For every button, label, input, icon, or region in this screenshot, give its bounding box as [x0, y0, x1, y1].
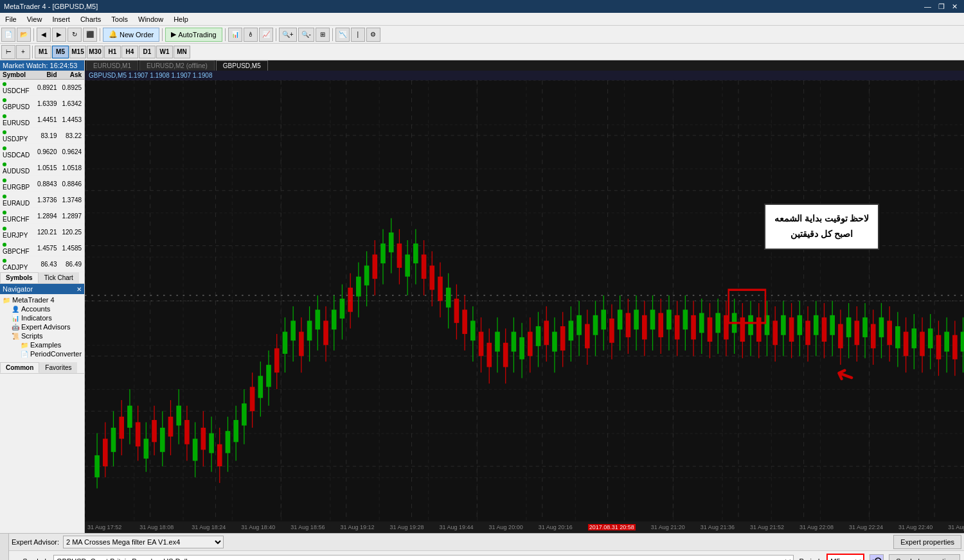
market-watch-row[interactable]: GBPUSD 1.6339 1.6342 — [0, 96, 84, 112]
tester-vertical-tab[interactable]: Strategy Tester — [0, 534, 9, 560]
nav-period-converter[interactable]: 📄 PeriodConverter — [19, 349, 83, 358]
symbol-cell: EURGBP — [0, 176, 35, 192]
svg-rect-196 — [789, 317, 794, 342]
bid-cell: 1.4451 — [35, 112, 60, 128]
tab-symbols[interactable]: Symbols — [0, 272, 39, 283]
autotrading-button[interactable]: ▶ AutoTrading — [165, 28, 222, 42]
zoom-out-button[interactable]: 🔍- — [298, 28, 314, 42]
svg-rect-56 — [217, 444, 222, 466]
back-button[interactable]: ◀ — [37, 28, 51, 42]
menu-insert[interactable]: Insert — [47, 14, 75, 24]
forward-button[interactable]: ▶ — [52, 28, 66, 42]
svg-rect-98 — [389, 232, 394, 252]
menu-tools[interactable]: Tools — [106, 14, 133, 24]
settings-button[interactable]: ⚙ — [366, 28, 380, 42]
line-tool[interactable]: ⊢ — [1, 45, 15, 59]
symbol-cell: USDCHF — [0, 80, 35, 96]
tab-tick-chart[interactable]: Tick Chart — [39, 272, 79, 283]
nav-examples[interactable]: 📁 Examples — [19, 340, 83, 349]
svg-rect-238 — [961, 332, 964, 352]
zoom-in-button[interactable]: 🔍+ — [279, 28, 297, 42]
nav-tab-favorites[interactable]: Favorites — [39, 362, 77, 373]
market-watch-row[interactable]: EURAUD 1.3736 1.3748 — [0, 192, 84, 208]
time-axis: 31 Aug 17:52 31 Aug 18:08 31 Aug 18:24 3… — [85, 521, 964, 533]
titlebar-controls: — ❐ ✕ — [922, 3, 960, 11]
nav-expert-advisors[interactable]: 🤖 Expert Advisors — [10, 322, 83, 331]
market-watch-row[interactable]: CADJPY 86.43 86.49 — [0, 256, 84, 272]
refresh-button[interactable]: ↻ — [67, 28, 82, 42]
chart-candle-button[interactable]: 🕯 — [244, 28, 258, 42]
nav-indicators-label: Indicators — [21, 314, 52, 322]
svg-rect-136 — [544, 320, 549, 345]
annotation-box: لاحظ توقيت بداية الشمعه اصبح كل دقيقتين — [764, 204, 880, 250]
chart-line-button[interactable]: 📈 — [259, 28, 273, 42]
tf-m30[interactable]: M30 — [87, 46, 103, 58]
menu-window[interactable]: Window — [133, 14, 168, 24]
market-watch-row[interactable]: EURGBP 0.8843 0.8846 — [0, 176, 84, 192]
tf-h1[interactable]: H1 — [104, 46, 121, 58]
nav-indicators[interactable]: 📊 Indicators — [10, 313, 83, 322]
chart-canvas[interactable]: لاحظ توقيت بداية الشمعه اصبح كل دقيقتين … — [85, 80, 964, 521]
minimize-button[interactable]: — — [922, 3, 934, 10]
svg-rect-108 — [430, 266, 435, 290]
chart-tab-eurusd-m2[interactable]: EURUSD,M2 (offline) — [139, 60, 215, 71]
chart-tab-gbpusd-m5[interactable]: GBPUSD,M5 — [216, 60, 268, 71]
menu-file[interactable]: File — [0, 14, 22, 24]
svg-rect-92 — [364, 266, 370, 286]
period-sep-button[interactable]: | — [351, 28, 365, 42]
new-file-button[interactable]: 📄 — [1, 28, 15, 42]
nav-scripts[interactable]: 📜 Scripts — [10, 331, 83, 340]
menu-help[interactable]: Help — [168, 14, 193, 24]
market-watch-row[interactable]: EURCHF 1.2894 1.2897 — [0, 208, 84, 224]
market-watch-row[interactable]: EURJPY 120.21 120.25 — [0, 224, 84, 240]
menu-view[interactable]: View — [22, 14, 48, 24]
open-button[interactable]: 📂 — [17, 28, 31, 42]
col-bid: Bid — [35, 71, 60, 80]
ea-dropdown[interactable]: 2 MA Crosses Mega filter EA V1.ex4 — [63, 536, 224, 548]
market-tabs: Symbols Tick Chart — [0, 272, 84, 284]
market-watch-row[interactable]: AUDUSD 1.0515 1.0518 — [0, 160, 84, 176]
tf-m15[interactable]: M15 — [69, 46, 86, 58]
market-watch-row[interactable]: USDCAD 0.9620 0.9624 — [0, 144, 84, 160]
ask-cell: 1.3748 — [60, 192, 85, 208]
nav-metatrader4[interactable]: 📁 MetaTrader 4 — [1, 295, 83, 304]
tf-m1[interactable]: M1 — [35, 46, 51, 58]
nav-tab-common[interactable]: Common — [0, 362, 39, 373]
tf-m5[interactable]: M5 — [52, 46, 69, 58]
chart-tab-eurusd-m1[interactable]: EURUSD,M1 — [86, 60, 138, 71]
chart-wrapper[interactable]: لاحظ توقيت بداية الشمعه اصبح كل دقيقتين … — [85, 80, 964, 521]
chart-bar-button[interactable]: 📊 — [228, 28, 242, 42]
symbol-properties-button[interactable]: Symbol properties — [889, 554, 960, 560]
symbol-select[interactable]: GBPUSD, Great Britain Pound vs US Dollar — [53, 555, 794, 560]
market-watch-row[interactable]: USDJPY 83.19 83.22 — [0, 128, 84, 144]
market-watch-row[interactable]: USDCHF 0.8921 0.8925 — [0, 80, 84, 96]
stop-button[interactable]: ⬛ — [83, 28, 97, 42]
tf-h4[interactable]: H4 — [121, 46, 138, 58]
svg-rect-200 — [805, 320, 810, 345]
main-layout: Market Watch: 16:24:53 Symbol Bid Ask US… — [0, 60, 964, 533]
navigator-close-button[interactable]: ✕ — [76, 286, 82, 293]
svg-rect-176 — [708, 317, 713, 342]
period-up-button[interactable]: ⟲ — [870, 554, 884, 560]
indicators-button[interactable]: 📉 — [335, 28, 350, 42]
grid-button[interactable]: ⊞ — [316, 28, 330, 42]
close-button[interactable]: ✕ — [949, 3, 960, 11]
svg-rect-62 — [242, 403, 247, 425]
crosshair-tool[interactable]: + — [16, 45, 30, 59]
restore-button[interactable]: ❐ — [936, 3, 947, 11]
svg-rect-116 — [462, 310, 467, 334]
market-watch-row[interactable]: GBPCHF 1.4575 1.4585 — [0, 240, 84, 256]
nav-accounts[interactable]: 👤 Accounts — [10, 304, 83, 313]
svg-rect-46 — [176, 406, 181, 426]
new-order-button[interactable]: 🔔 New Order — [103, 28, 159, 42]
svg-rect-72 — [283, 332, 288, 354]
tf-w1[interactable]: W1 — [156, 46, 173, 58]
menubar: File View Insert Charts Tools Window Hel… — [0, 13, 964, 26]
menu-charts[interactable]: Charts — [75, 14, 106, 24]
svg-rect-148 — [593, 315, 598, 335]
expert-properties-button[interactable]: Expert properties — [893, 535, 961, 549]
tf-d1[interactable]: D1 — [139, 46, 156, 58]
tf-mn[interactable]: MN — [174, 46, 190, 58]
period-select[interactable]: M5 — [828, 555, 863, 560]
market-watch-row[interactable]: EURUSD 1.4451 1.4453 — [0, 112, 84, 128]
